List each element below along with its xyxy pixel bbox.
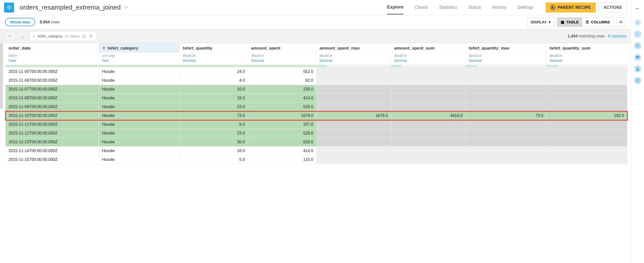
column-meaning[interactable]: Decimal [248, 58, 316, 65]
cell[interactable] [316, 147, 391, 155]
column-header[interactable]: tshirt_quantity_max [466, 43, 546, 53]
cell[interactable] [316, 85, 391, 94]
cell[interactable]: 414.0 [248, 94, 316, 103]
columns-view-button[interactable]: ☰ COLUMNS [582, 18, 614, 27]
cell[interactable] [391, 120, 466, 129]
table-row[interactable]: 2015-11-09T00:00:00.000ZHoodie23.0529.0 [6, 103, 627, 111]
tab-explore[interactable]: Explore [387, 1, 404, 15]
cell[interactable] [546, 94, 627, 103]
cell[interactable]: 2015-11-07T00:00:00.000Z [6, 85, 99, 94]
cell[interactable] [546, 120, 627, 129]
step-disable-icon[interactable]: ⏻ [82, 34, 86, 38]
cell[interactable]: 4.0 [180, 76, 248, 85]
cell[interactable]: 230.0 [248, 85, 316, 94]
cell[interactable] [316, 120, 391, 129]
tab-charts[interactable]: Charts [415, 1, 428, 14]
cell[interactable] [316, 129, 391, 138]
table-row[interactable]: 2015-11-12T00:00:00.000ZHoodie23.0529.0 [6, 129, 627, 138]
cell[interactable]: 207.0 [248, 120, 316, 129]
cell[interactable]: 24.0 [180, 67, 248, 76]
column-meaning[interactable]: Decimal [316, 58, 391, 65]
table-row[interactable]: 2015-11-05T00:00:00.000ZHoodie24.0552.0 [6, 67, 627, 76]
cell[interactable]: 2015-11-11T00:00:00.000Z [6, 120, 99, 129]
column-header[interactable]: amount_spent_sum [391, 43, 466, 53]
cell[interactable]: 2015-11-08T00:00:00.000Z [6, 94, 99, 103]
actions-button[interactable]: ACTIONS [599, 3, 627, 13]
cell[interactable]: 529.0 [248, 129, 316, 138]
cell[interactable]: Hoodie [99, 67, 180, 76]
rail-add-button[interactable] [634, 19, 641, 26]
table-row[interactable]: 2015-11-08T00:00:00.000ZHoodie18.0414.0 [6, 94, 627, 103]
column-header[interactable]: amount_spent [248, 43, 316, 53]
cell[interactable] [546, 103, 627, 111]
cell[interactable] [546, 129, 627, 138]
cell[interactable] [391, 67, 466, 76]
cell[interactable]: Hoodie [99, 76, 180, 85]
cell[interactable] [546, 138, 627, 147]
display-dropdown[interactable]: DISPLAY ▾ [527, 17, 555, 27]
column-header[interactable]: tshirt_quantity [180, 43, 248, 53]
column-meaning[interactable]: Decimal [546, 58, 627, 65]
rail-lab-button[interactable] [634, 65, 641, 72]
cell[interactable]: 2015-11-10T00:00:00.000Z [6, 111, 99, 120]
cell[interactable]: 5.0 [180, 155, 248, 164]
table-row[interactable]: 2015-11-06T00:00:00.000ZHoodie4.092.0 [6, 76, 627, 85]
table-row[interactable]: 2015-11-10T00:00:00.000ZHoodie73.01679.0… [6, 111, 627, 120]
cell[interactable] [466, 85, 546, 94]
cell[interactable] [466, 94, 546, 103]
cell[interactable] [391, 76, 466, 85]
cell[interactable]: Hoodie [99, 94, 180, 103]
cell[interactable]: 2015-11-13T00:00:00.000Z [6, 138, 99, 147]
cell[interactable] [466, 120, 546, 129]
cell[interactable] [316, 155, 391, 164]
cell[interactable] [546, 85, 627, 94]
cell[interactable]: 1679.0 [248, 111, 316, 120]
column-header[interactable]: tshirt_quantity_sum [546, 43, 627, 53]
tab-settings[interactable]: Settings [517, 1, 534, 14]
column-meaning[interactable]: Date [6, 58, 99, 65]
cell[interactable]: 18.0 [180, 94, 248, 103]
refresh-icon[interactable]: ⟳ [124, 5, 128, 10]
cell[interactable]: Hoodie [99, 85, 180, 94]
cell[interactable] [316, 138, 391, 147]
cell[interactable]: 552.0 [248, 67, 316, 76]
rail-info-button[interactable]: i [634, 31, 641, 38]
table-view-button[interactable]: ▦ TABLE [557, 18, 582, 27]
cell[interactable] [466, 76, 546, 85]
cell[interactable]: 73.0 [180, 111, 248, 120]
column-meaning[interactable]: Decimal [466, 58, 546, 65]
cell[interactable]: 115.0 [248, 155, 316, 164]
cell[interactable]: 10.0 [180, 85, 248, 94]
tab-statistics[interactable]: Statistics [439, 1, 457, 14]
cell[interactable]: 529.0 [248, 103, 316, 111]
table-row[interactable]: 2015-11-15T00:00:00.000ZHoodie5.0115.0 [6, 155, 627, 164]
tab-status[interactable]: Status [468, 1, 481, 14]
cell[interactable]: 73.0 [466, 111, 546, 120]
cell[interactable] [316, 94, 391, 103]
cell[interactable]: Hoodie [99, 103, 180, 111]
cell[interactable] [391, 85, 466, 94]
cell[interactable] [316, 67, 391, 76]
cell[interactable] [391, 129, 466, 138]
app-logo[interactable] [4, 3, 14, 13]
column-meaning[interactable]: Decimal [391, 58, 466, 65]
table-row[interactable]: 2015-11-14T00:00:00.000ZHoodie18.0414.0 [6, 147, 627, 155]
cell[interactable]: Hoodie [99, 138, 180, 147]
cell[interactable]: 192.0 [546, 111, 627, 120]
cell[interactable]: Hoodie [99, 155, 180, 164]
cell[interactable]: 23.0 [180, 129, 248, 138]
column-header[interactable]: ▼tshirt_category [99, 43, 180, 53]
cell[interactable]: Hoodie [99, 147, 180, 155]
cell[interactable] [546, 76, 627, 85]
cell[interactable]: Hoodie [99, 129, 180, 138]
cell[interactable]: 23.0 [180, 103, 248, 111]
step-delete-icon[interactable] [89, 33, 93, 39]
cell[interactable]: 92.0 [248, 76, 316, 85]
cell[interactable] [466, 103, 546, 111]
cell[interactable]: 828.0 [248, 138, 316, 147]
column-header[interactable]: amount_spent_max [316, 43, 391, 53]
tab-history[interactable]: History [492, 1, 506, 14]
cell[interactable]: 18.0 [180, 147, 248, 155]
steps-expand-toggle[interactable]: ⌄ [21, 33, 25, 39]
whole-data-pill[interactable]: Whole data [5, 18, 35, 26]
